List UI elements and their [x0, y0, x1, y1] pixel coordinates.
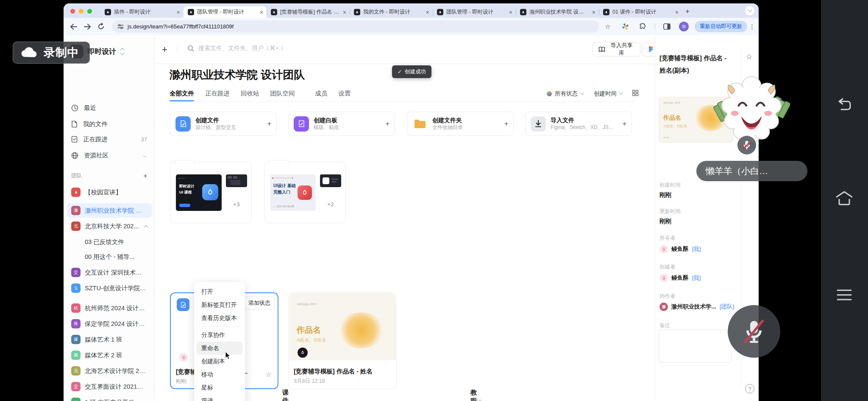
- add-status-button[interactable]: 添加状态: [244, 297, 275, 309]
- address-bar[interactable]: js.design/team?i=65ea77ffbff7cf411101809…: [112, 20, 599, 33]
- import-file-card[interactable]: 导入文件Figma、Sketch、XD、JSD、... +: [525, 112, 632, 136]
- tab-close-icon[interactable]: ×: [509, 9, 512, 15]
- create-folder-card[interactable]: 创建文件夹文件收纳归类 +: [407, 112, 514, 136]
- sidebar-team-item[interactable]: 媒 媒体艺术 2 班: [67, 348, 152, 362]
- menu-item-share[interactable]: 分享协作: [197, 328, 242, 342]
- system-menu-icon[interactable]: [832, 282, 857, 308]
- tab-team-space[interactable]: 团队空间: [270, 90, 295, 98]
- tab-trash[interactable]: 回收站: [241, 90, 259, 98]
- menu-item-move[interactable]: 移动: [197, 368, 242, 381]
- menu-item-duplicate[interactable]: 创建副本: [197, 355, 242, 368]
- note-input[interactable]: [659, 330, 732, 363]
- tab-close-icon[interactable]: ×: [343, 9, 346, 15]
- status-filter[interactable]: 所有状态: [555, 90, 578, 98]
- star-icon[interactable]: ☆: [266, 370, 272, 379]
- import-shared-library-button[interactable]: 导入共享库: [593, 42, 640, 56]
- star-icon[interactable]: ☆: [746, 52, 752, 61]
- browser-profile-avatar[interactable]: 你: [679, 22, 689, 31]
- system-home-icon[interactable]: [832, 186, 857, 211]
- window-controls[interactable]: [70, 9, 92, 14]
- browser-tab[interactable]: 插件 - 即时设计 ×: [100, 6, 184, 18]
- sidebar-team-item[interactable]: 交 交互设计 深圳技术大学: [67, 265, 152, 280]
- sort-filter[interactable]: 创建时间: [594, 90, 617, 98]
- system-back-icon[interactable]: [832, 92, 857, 118]
- browser-tab[interactable]: 01 课件 - 即时设计 ×: [599, 6, 682, 18]
- menu-item-open[interactable]: 打开: [197, 285, 242, 298]
- menu-item-history[interactable]: 查看历史版本: [197, 311, 242, 325]
- folder-card[interactable]: ≡ —— 即时设计UI 课程 +3 课件资料 9分钟前: [170, 162, 252, 223]
- sidebar-item-recent[interactable]: 最近: [67, 101, 151, 115]
- sidebar-item-following[interactable]: 正在跟进 37: [67, 132, 151, 146]
- file-preview: JsDesign 2024 作品名 A姓名、B姓名: [289, 293, 396, 360]
- menu-item-follow[interactable]: 跟进: [197, 394, 242, 401]
- tab-following[interactable]: 正在跟进: [205, 90, 230, 98]
- browser-update-button[interactable]: 重新启动即可更新: [695, 21, 747, 32]
- menu-item-open-new-tab[interactable]: 新标签页打开: [197, 298, 242, 311]
- pinwheel-extension-icon[interactable]: [620, 23, 630, 30]
- sidebar-team-item[interactable]: 杭 杭州师范 2024 设计团队: [67, 301, 152, 315]
- plus-icon[interactable]: +: [386, 120, 389, 128]
- sidebar-subfolder-item[interactable]: 00 用这个 - 辅导...: [67, 250, 152, 264]
- forward-icon[interactable]: [83, 23, 92, 30]
- plus-icon[interactable]: +: [267, 120, 271, 128]
- folder-card[interactable]: ■ ———————— ⊕ UI设计 基础完整入门 ♪ 一起学习设计知识吧 +2 …: [264, 162, 346, 223]
- search-input[interactable]: 搜索文件、文件夹、用户（⌘+.）: [187, 45, 287, 52]
- sidebar-team-item[interactable]: 北 北京科技大学 202...: [67, 219, 152, 233]
- sidebar-item-community[interactable]: 资源社区 →: [67, 148, 151, 163]
- side-panel-icon[interactable]: [662, 23, 672, 30]
- sidebar-item-my-files[interactable]: 我的文件: [67, 117, 151, 131]
- tab-list-dropdown-icon[interactable]: [745, 6, 754, 15]
- tab-all-files[interactable]: 全部文件: [170, 90, 194, 98]
- collaborator-row: 滁 滁州职业技术学... [团队]: [659, 303, 734, 311]
- tab-settings[interactable]: 设置: [339, 90, 351, 98]
- add-team-icon[interactable]: +: [143, 172, 147, 180]
- extensions-puzzle-icon[interactable]: [637, 23, 648, 30]
- browser-tab[interactable]: 团队管理 - 即时设计 ×: [433, 6, 516, 18]
- browser-tab[interactable]: 我的文件 - 即时设计 ×: [350, 6, 433, 18]
- file-card[interactable]: JsDesign 2024 作品名 A姓名、B姓名 [竞赛辅导模板] 作品名 -…: [288, 292, 397, 389]
- sidebar-team-item[interactable]: 媒 媒体艺术 1 班: [67, 332, 152, 347]
- back-icon[interactable]: [70, 23, 78, 30]
- minimize-window-icon[interactable]: [79, 9, 83, 14]
- create-new-button[interactable]: +: [162, 44, 167, 55]
- collaborator-tag[interactable]: [团队]: [720, 303, 734, 311]
- sidebar-team-item[interactable]: 保 保定学院 2024 设计团队: [67, 317, 152, 331]
- microphone-muted-button[interactable]: [728, 305, 780, 358]
- tab-close-icon[interactable]: ×: [675, 9, 679, 15]
- browser-tab[interactable]: [竞赛辅导模板] 作品名 - 姓 ×: [267, 6, 350, 18]
- tab-close-icon[interactable]: ×: [592, 9, 595, 15]
- sidebar-team-item[interactable]: 【校园宣讲】: [67, 185, 152, 199]
- create-whiteboard-card[interactable]: 创建白板模版、贴纸 +: [288, 112, 395, 136]
- file-name[interactable]: [竞赛辅导模板] 作品名 - 姓名: [294, 367, 378, 376]
- plus-icon[interactable]: +: [623, 120, 626, 128]
- team-icon: 滁: [71, 206, 81, 215]
- sidebar-subfolder-item[interactable]: 03 已反馈文件: [67, 235, 152, 249]
- url-text[interactable]: js.design/team?i=65ea77ffbff7cf411101809…: [128, 23, 234, 30]
- folder-thumbnail-small: [320, 174, 341, 187]
- close-window-icon[interactable]: [70, 9, 75, 14]
- browser-tab[interactable]: 滁州职业技术学院 设计团 ×: [516, 6, 599, 18]
- grid-view-icon[interactable]: [632, 90, 639, 98]
- bookmark-star-icon[interactable]: ☆: [603, 23, 613, 31]
- help-icon[interactable]: ?: [745, 384, 754, 393]
- new-tab-button[interactable]: +: [682, 6, 693, 17]
- create-file-card[interactable]: 创建文件设计稿、原型交互 +: [170, 112, 277, 136]
- menu-item-rename[interactable]: 重命名: [197, 342, 242, 355]
- menu-item-star[interactable]: 星标: [197, 381, 242, 394]
- reload-icon[interactable]: [97, 23, 105, 30]
- sidebar-team-item[interactable]: 北 北海艺术设计学院 202...: [67, 364, 152, 378]
- sidebar-team-item[interactable]: S SZTU-创意设计学院UI...: [67, 281, 152, 295]
- tab-close-icon[interactable]: ×: [260, 9, 263, 15]
- sidebar-team-item-selected[interactable]: 滁 滁州职业技术学院 设计...: [67, 203, 152, 218]
- sidebar-team-item[interactable]: 1 1 班 交互产品开发: [67, 395, 152, 401]
- tab-close-icon[interactable]: ×: [426, 9, 429, 15]
- browser-menu-icon[interactable]: ⋮: [749, 23, 755, 31]
- plus-icon[interactable]: +: [504, 120, 508, 128]
- sidebar-team-item[interactable]: 交 交互界面设计 2021级...: [67, 379, 152, 394]
- site-settings-icon[interactable]: [117, 24, 124, 29]
- tab-members[interactable]: 成员: [315, 90, 328, 98]
- tab-close-icon[interactable]: ×: [177, 9, 180, 15]
- zoom-window-icon[interactable]: [87, 9, 92, 14]
- collapse-icon[interactable]: [144, 225, 148, 229]
- browser-tab-active[interactable]: 团队管理 - 即时设计 ×: [184, 6, 267, 18]
